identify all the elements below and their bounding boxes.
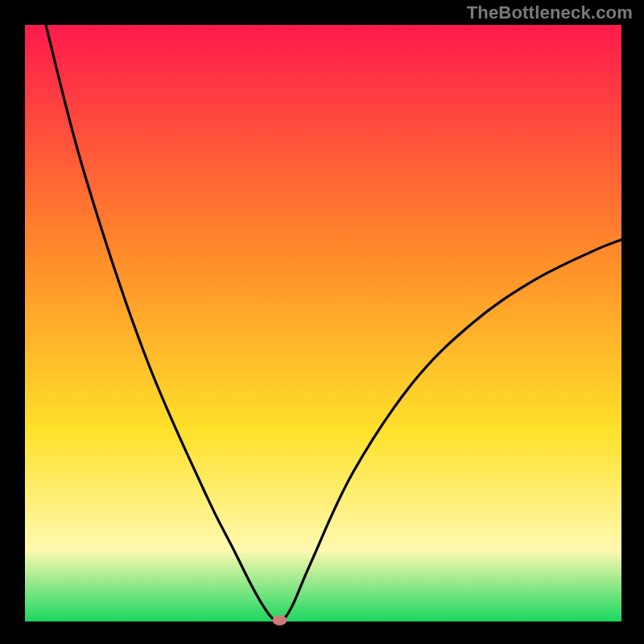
optimal-point-marker: [272, 615, 287, 625]
chart-root: TheBottleneck.com: [0, 0, 644, 644]
bottleneck-chart-svg: [0, 0, 644, 644]
watermark-label: TheBottleneck.com: [467, 2, 633, 23]
